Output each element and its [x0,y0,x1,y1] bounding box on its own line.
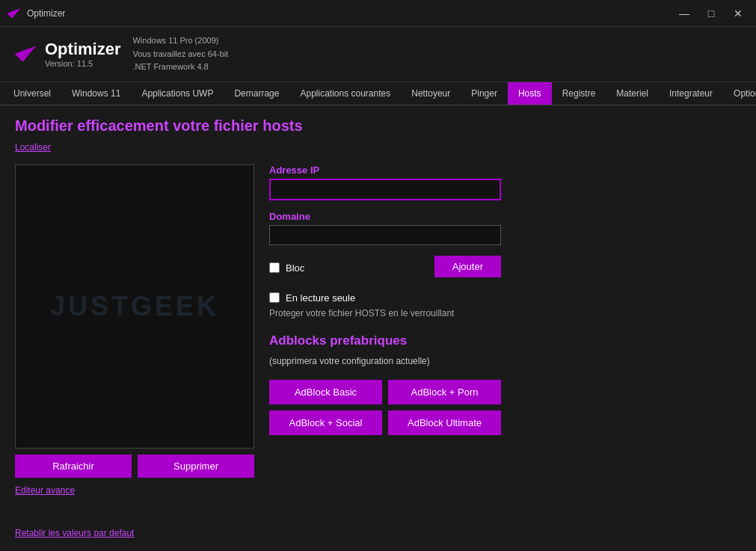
app-name-block: Optimizer Version: 11.5 [45,40,120,68]
domaine-label: Domaine [269,211,741,222]
bloc-label: Bloc [286,262,304,274]
nav-integrateur[interactable]: Integrateur [659,82,723,105]
app-info: Windows 11 Pro (2009) Vous travaillez av… [132,34,228,74]
content-area: JUSTGEEK Rafraichir Supprimer Editeur av… [15,164,741,496]
lecture-seule-checkbox[interactable] [269,292,280,303]
close-button[interactable]: ✕ [726,4,750,22]
hosts-list: JUSTGEEK [15,164,254,449]
adresse-ip-input[interactable] [269,179,501,200]
adblock-ultimate-button[interactable]: AdBlock Ultimate [388,410,501,435]
info-line2: Vous travaillez avec 64-bit [132,48,228,61]
main-content: Modifier efficacement votre fichier host… [0,105,756,508]
bloc-row: Bloc Ajouter [269,256,501,277]
retablir-link[interactable]: Retablir les valeurs par defaut [15,528,134,538]
ajouter-button[interactable]: Ajouter [434,256,501,277]
adblock-basic-button[interactable]: AdBlock Basic [269,380,382,404]
adblock-social-button[interactable]: AdBlock + Social [269,410,382,435]
app-logo: Optimizer Version: 11.5 [12,40,120,68]
titlebar: Optimizer — □ ✕ [0,0,756,27]
lecture-seule-desc: Proteger votre fichier HOSTS en le verro… [269,307,741,320]
nav-windows11[interactable]: Windows 11 [61,82,131,105]
adblocks-desc: (supprimera votre configuration actuelle… [269,356,741,366]
titlebar-left: Optimizer [6,6,65,21]
navbar: Universel Windows 11 Applications UWP De… [0,82,756,105]
localiser-link[interactable]: Localiser [15,142,741,153]
adblocks-title: Adblocks prefabriques [269,333,741,348]
info-line3: .NET Framework 4.8 [132,61,228,74]
page-title: Modifier efficacement votre fichier host… [15,117,741,135]
app-header: Optimizer Version: 11.5 Windows 11 Pro (… [0,27,756,82]
titlebar-controls: — □ ✕ [672,4,750,22]
hosts-panel: JUSTGEEK Rafraichir Supprimer Editeur av… [15,164,254,496]
nav-hosts[interactable]: Hosts [508,82,552,105]
nav-options[interactable]: Options [723,82,756,105]
editeur-link[interactable]: Editeur avance [15,485,254,496]
checkmark-icon [12,40,39,67]
svg-marker-0 [7,9,19,18]
bloc-checkbox-row: Bloc [269,262,304,274]
right-panel: Adresse IP Domaine Bloc Ajouter [269,164,741,496]
domaine-input[interactable] [269,225,501,245]
app-icon [6,6,21,21]
adblocks-grid: AdBlock Basic AdBlock + Porn AdBlock + S… [269,380,501,435]
adresse-ip-group: Adresse IP [269,164,741,200]
minimize-button[interactable]: — [672,4,696,22]
nav-universel[interactable]: Universel [3,82,61,105]
nav-applications-courantes[interactable]: Applications courantes [289,82,401,105]
watermark: JUSTGEEK [50,291,219,322]
rafraichir-button[interactable]: Rafraichir [15,455,132,478]
nav-pinger[interactable]: Pinger [461,82,508,105]
nav-nettoyeur[interactable]: Nettoyeur [401,82,461,105]
lecture-seule-section: En lecture seule Proteger votre fichier … [269,289,741,320]
titlebar-title: Optimizer [27,8,65,19]
lecture-seule-label: En lecture seule [286,292,355,304]
app-name: Optimizer [45,40,120,59]
supprimer-button[interactable]: Supprimer [138,455,254,478]
hosts-buttons: Rafraichir Supprimer [15,455,254,478]
nav-materiel[interactable]: Materiel [606,82,659,105]
lecture-seule-row: En lecture seule [269,292,741,304]
nav-demarrage[interactable]: Demarrage [224,82,289,105]
footer: Retablir les valeurs par defaut [15,526,134,539]
domaine-group: Domaine [269,211,741,245]
adblock-porn-button[interactable]: AdBlock + Porn [388,380,501,404]
info-line1: Windows 11 Pro (2009) [132,34,228,48]
nav-applications-uwp[interactable]: Applications UWP [131,82,224,105]
bloc-checkbox[interactable] [269,262,280,273]
adresse-ip-label: Adresse IP [269,164,741,176]
maximize-button[interactable]: □ [699,4,723,22]
app-version: Version: 11.5 [45,59,120,68]
nav-registre[interactable]: Registre [552,82,606,105]
